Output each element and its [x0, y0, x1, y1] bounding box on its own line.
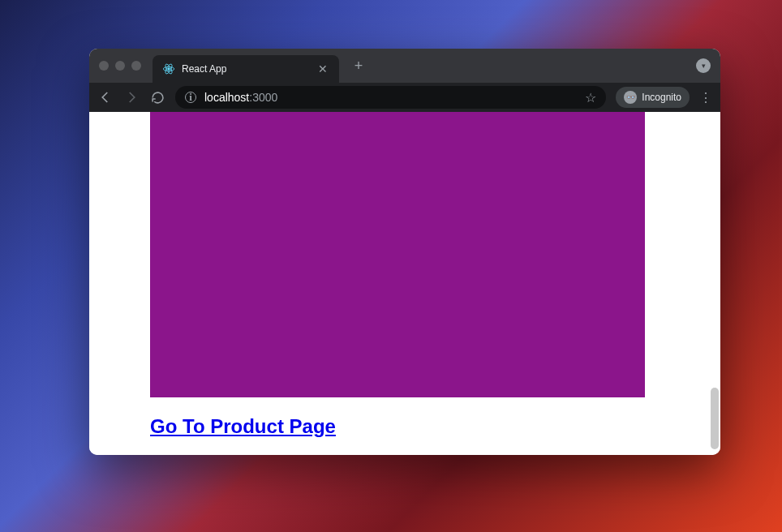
new-tab-button[interactable]: + [349, 58, 368, 75]
bookmark-icon[interactable]: ☆ [585, 90, 596, 105]
minimize-window-button[interactable] [115, 61, 125, 71]
incognito-label: Incognito [642, 92, 681, 103]
menu-button[interactable]: ⋮ [699, 90, 712, 105]
svg-point-0 [168, 68, 170, 71]
tab-title: React App [182, 63, 310, 75]
maximize-window-button[interactable] [131, 61, 141, 71]
titlebar: React App ✕ + ▾ [89, 49, 720, 83]
address-bar[interactable]: i localhost:3000 ☆ [175, 86, 606, 109]
close-tab-icon[interactable]: ✕ [316, 62, 329, 75]
browser-window: React App ✕ + ▾ i localhost:3000 ☆ 👓 Inc… [89, 49, 720, 455]
url-text: localhost:3000 [204, 91, 577, 104]
back-button[interactable] [97, 89, 114, 105]
account-icon[interactable]: ▾ [696, 58, 711, 73]
product-page-link[interactable]: Go To Product Page [150, 415, 336, 437]
hero-box [150, 112, 645, 397]
scrollbar-thumb[interactable] [711, 388, 719, 449]
forward-button[interactable] [123, 89, 140, 105]
browser-toolbar: i localhost:3000 ☆ 👓 Incognito ⋮ [89, 83, 720, 112]
reload-button[interactable] [149, 89, 165, 105]
close-window-button[interactable] [99, 61, 109, 71]
incognito-icon: 👓 [624, 91, 637, 104]
browser-tab[interactable]: React App ✕ [153, 55, 339, 83]
page-content: Go To Product Page [89, 112, 720, 455]
site-info-icon[interactable]: i [185, 92, 196, 103]
react-icon [162, 62, 175, 75]
incognito-badge[interactable]: 👓 Incognito [616, 87, 690, 108]
window-controls [99, 61, 141, 71]
